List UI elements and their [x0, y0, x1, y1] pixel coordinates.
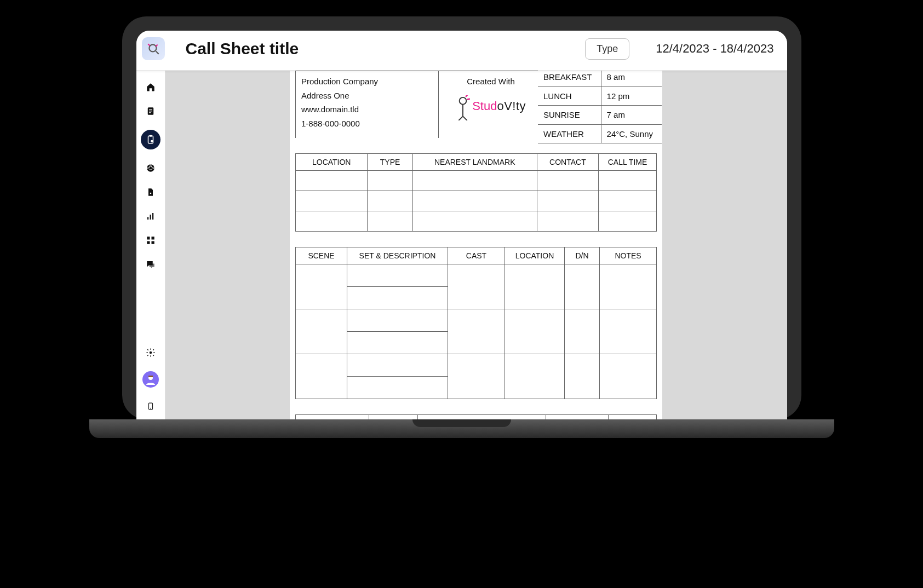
company-block: Production Company Address One www.domai… — [296, 71, 439, 138]
table-row — [296, 191, 657, 211]
gear-icon[interactable] — [145, 347, 156, 358]
svg-point-0 — [149, 44, 156, 51]
company-phone: 1-888-000-0000 — [301, 117, 433, 131]
svg-point-24 — [150, 408, 151, 409]
document-canvas: Production Company Address One www.domai… — [165, 71, 787, 419]
svg-point-12 — [150, 193, 151, 194]
table-row: BREAKFAST8 am — [538, 71, 662, 87]
scene-table: SCENE SET & DESCRIPTION CAST LOCATION D/… — [295, 247, 657, 399]
location-table: LOCATION TYPE NEAREST LANDMARK CONTACT C… — [295, 153, 657, 232]
aperture-icon[interactable] — [145, 163, 156, 174]
svg-rect-22 — [148, 376, 153, 377]
svg-point-20 — [149, 351, 152, 354]
table-row — [296, 354, 657, 377]
svg-rect-6 — [149, 111, 152, 111]
svg-rect-19 — [151, 241, 154, 244]
svg-line-30 — [467, 99, 470, 99]
studiovity-logo: StudoV!ty — [472, 99, 526, 112]
created-with-block: Created With — [439, 71, 543, 138]
created-with-label: Created With — [444, 74, 537, 89]
svg-line-29 — [466, 95, 468, 97]
top-bar: Call Sheet title Type 12/4/2023 - 18/4/2… — [136, 31, 787, 71]
type-button[interactable]: Type — [585, 38, 629, 60]
table-row — [296, 171, 657, 191]
company-website: www.domain.tld — [301, 102, 433, 117]
svg-rect-9 — [149, 135, 152, 137]
svg-rect-16 — [147, 237, 150, 239]
svg-rect-14 — [150, 215, 151, 220]
svg-line-3 — [156, 44, 157, 46]
mobile-icon[interactable] — [145, 401, 156, 412]
svg-line-27 — [458, 116, 463, 120]
cast-table: CHARACTER CAST NOTES CONTACT CALL TIME — [295, 414, 657, 419]
bars-icon[interactable] — [145, 211, 156, 222]
svg-rect-7 — [149, 112, 151, 113]
svg-rect-18 — [147, 241, 150, 244]
page-title: Call Sheet title — [186, 39, 576, 58]
table-row — [296, 211, 657, 232]
svg-rect-5 — [149, 109, 152, 109]
table-row — [296, 264, 657, 287]
svg-line-2 — [148, 44, 150, 45]
document-icon[interactable] — [145, 106, 156, 117]
company-address: Address One — [301, 89, 433, 103]
avatar[interactable] — [142, 371, 159, 388]
table-row: WEATHER24°C, Sunny — [538, 124, 662, 143]
date-range: 12/4/2023 - 18/4/2023 — [656, 42, 773, 56]
svg-rect-15 — [152, 213, 153, 220]
svg-point-10 — [151, 140, 153, 143]
table-row: LUNCH12 pm — [538, 87, 662, 106]
svg-point-11 — [147, 164, 154, 172]
clipboard-icon[interactable] — [141, 130, 160, 149]
table-row — [296, 309, 657, 332]
svg-rect-13 — [147, 217, 148, 220]
svg-rect-17 — [151, 237, 154, 239]
grid-icon[interactable] — [145, 235, 156, 246]
svg-line-28 — [463, 116, 467, 120]
app-logo-icon — [142, 37, 165, 60]
info-table: BREAKFAST8 am LUNCH12 pm SUNRISE7 am WEA… — [538, 71, 662, 143]
home-icon[interactable] — [145, 82, 156, 93]
chat-icon[interactable] — [145, 259, 156, 270]
table-row: SUNRISE7 am — [538, 106, 662, 125]
svg-point-25 — [460, 97, 467, 104]
call-sheet-page: Production Company Address One www.domai… — [290, 71, 662, 419]
file-icon[interactable] — [145, 187, 156, 198]
svg-line-1 — [156, 51, 158, 54]
company-name: Production Company — [301, 74, 433, 89]
sidebar — [136, 71, 165, 419]
